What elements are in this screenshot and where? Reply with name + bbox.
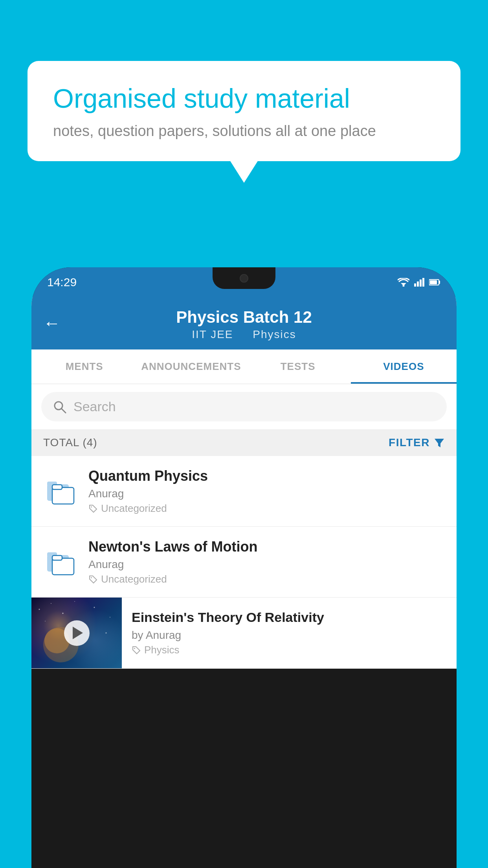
speech-bubble-container: Organised study material notes, question… — [28, 61, 460, 161]
signal-icon — [414, 278, 424, 287]
filter-bar: TOTAL (4) FILTER — [31, 429, 457, 456]
item-tag-text-1: Uncategorized — [101, 502, 167, 515]
item-icon-1 — [43, 472, 79, 511]
total-count: TOTAL (4) — [43, 436, 97, 449]
svg-point-22 — [39, 609, 40, 610]
notch — [213, 267, 275, 289]
list-item[interactable]: Quantum Physics Anurag Uncategorized — [31, 456, 457, 527]
bubble-title: Organised study material — [53, 83, 435, 115]
filter-button[interactable]: FILTER — [389, 436, 445, 449]
svg-rect-20 — [52, 555, 62, 560]
svg-rect-15 — [52, 485, 62, 489]
svg-marker-11 — [435, 439, 444, 447]
header-subtitle-left: IIT JEE — [192, 328, 233, 340]
svg-point-26 — [94, 607, 95, 608]
tab-videos[interactable]: VIDEOS — [351, 349, 457, 384]
svg-rect-8 — [430, 280, 437, 284]
item-tag-3: Physics — [132, 644, 447, 656]
battery-icon — [429, 279, 441, 286]
item-author-2: Anurag — [88, 558, 445, 571]
svg-point-21 — [91, 577, 92, 578]
filter-icon — [434, 437, 445, 448]
svg-point-32 — [134, 648, 135, 649]
bubble-subtitle: notes, question papers, solutions all at… — [53, 123, 435, 140]
svg-point-16 — [91, 506, 92, 508]
search-icon — [53, 400, 66, 414]
filter-label: FILTER — [389, 436, 430, 449]
svg-point-27 — [110, 617, 110, 618]
list-container: Quantum Physics Anurag Uncategorized — [31, 456, 457, 669]
item-title-1: Quantum Physics — [88, 468, 445, 484]
header-subtitle: IIT JEE Physics — [188, 328, 300, 341]
tag-icon — [88, 575, 98, 584]
item-tag-2: Uncategorized — [88, 573, 445, 585]
svg-rect-3 — [417, 281, 419, 287]
item-title-3: Einstein's Theory Of Relativity — [132, 609, 447, 626]
svg-point-25 — [74, 601, 75, 602]
svg-rect-7 — [439, 281, 440, 284]
search-bar[interactable]: Search — [41, 392, 447, 421]
svg-rect-5 — [422, 278, 424, 287]
play-triangle-icon — [73, 627, 83, 639]
status-time: 14:29 — [47, 276, 77, 289]
wifi-icon — [398, 278, 409, 287]
phone-frame: 14:29 — [31, 267, 457, 868]
phone-screen: ← Physics Batch 12 IIT JEE Physics MENTS… — [31, 297, 457, 669]
svg-rect-4 — [420, 280, 422, 287]
folder-icon — [45, 474, 77, 509]
item-tag-text-3: Physics — [144, 644, 180, 656]
svg-point-29 — [106, 633, 107, 634]
back-button[interactable]: ← — [43, 313, 61, 333]
item-title-2: Newton's Laws of Motion — [88, 539, 445, 555]
item-content-1: Quantum Physics Anurag Uncategorized — [88, 468, 445, 515]
tag-icon — [88, 504, 98, 513]
list-item[interactable]: Einstein's Theory Of Relativity by Anura… — [31, 598, 457, 669]
speech-bubble: Organised study material notes, question… — [28, 61, 460, 161]
svg-point-28 — [45, 621, 46, 622]
status-icons — [398, 278, 441, 287]
tag-icon — [132, 645, 141, 655]
header-title: Physics Batch 12 — [176, 308, 312, 327]
svg-rect-14 — [52, 487, 74, 504]
einstein-content: Einstein's Theory Of Relativity by Anura… — [122, 598, 457, 667]
search-placeholder: Search — [73, 399, 116, 414]
item-author-1: Anurag — [88, 487, 445, 500]
svg-rect-19 — [52, 558, 74, 575]
svg-point-24 — [62, 613, 64, 614]
list-item[interactable]: Newton's Laws of Motion Anurag Uncategor… — [31, 527, 457, 598]
status-bar: 14:29 — [31, 267, 457, 297]
tab-ments[interactable]: MENTS — [31, 349, 137, 384]
play-button[interactable] — [64, 620, 90, 646]
tab-tests[interactable]: TESTS — [245, 349, 350, 384]
video-thumbnail — [31, 598, 122, 668]
item-content-2: Newton's Laws of Motion Anurag Uncategor… — [88, 539, 445, 585]
folder-icon — [45, 544, 77, 580]
svg-line-10 — [62, 409, 66, 413]
tab-announcements[interactable]: ANNOUNCEMENTS — [137, 349, 245, 384]
item-author-3: by Anurag — [132, 629, 447, 642]
camera-dot — [240, 274, 248, 283]
svg-rect-2 — [414, 283, 416, 287]
svg-point-23 — [51, 603, 51, 604]
tabs-container: MENTS ANNOUNCEMENTS TESTS VIDEOS — [31, 349, 457, 384]
item-icon-2 — [43, 542, 79, 582]
app-header: ← Physics Batch 12 IIT JEE Physics — [31, 297, 457, 349]
item-tag-1: Uncategorized — [88, 502, 445, 515]
header-subtitle-right: Physics — [253, 328, 296, 340]
item-tag-text-2: Uncategorized — [101, 573, 167, 585]
search-container: Search — [31, 384, 457, 429]
